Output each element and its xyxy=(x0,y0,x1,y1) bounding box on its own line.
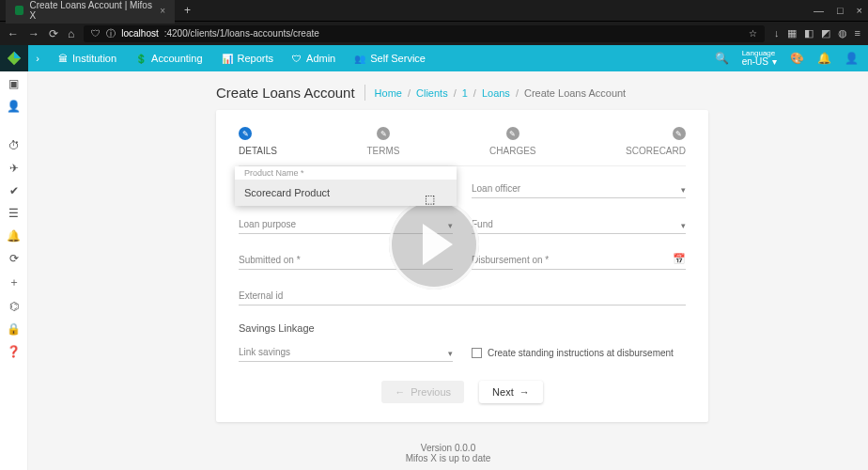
next-button[interactable]: Next → xyxy=(479,381,543,403)
page-title: Create Loans Account xyxy=(216,85,365,101)
menu-hamburger-icon[interactable]: ≡ xyxy=(855,27,860,39)
previous-button[interactable]: ← Previous xyxy=(381,381,464,403)
loan-officer-field[interactable]: Loan officer ▾ xyxy=(472,180,686,198)
sidebar-hierarchy-icon[interactable]: ⌬ xyxy=(9,300,19,313)
product-field[interactable]: Product Name * Scorecard Product ⬚ xyxy=(239,180,453,198)
step-scorecard[interactable]: ✎SCORECARD xyxy=(626,127,686,156)
sidebar-check-icon[interactable]: ✔ xyxy=(9,184,19,197)
submitted-on-field[interactable]: Submitted on * xyxy=(239,251,453,270)
checkbox-label: Create standing instructions at disburse… xyxy=(488,348,674,358)
chevron-down-icon: ▾ xyxy=(772,57,777,67)
tab-favicon xyxy=(15,6,23,15)
browser-tab-strip: Create Loans Account | Mifos X × + — □ × xyxy=(0,0,868,21)
step-charges[interactable]: ✎CHARGES xyxy=(489,127,535,156)
chevron-down-icon: ▾ xyxy=(448,349,453,358)
window-close-icon[interactable]: × xyxy=(857,5,862,16)
arrow-left-icon: ← xyxy=(395,386,405,398)
sidebar-nav-icon[interactable]: ✈ xyxy=(9,162,19,175)
crumb-home[interactable]: Home xyxy=(375,87,402,99)
product-dropdown[interactable]: Product Name * Scorecard Product xyxy=(235,166,457,206)
menu-institution[interactable]: 🏛Institution xyxy=(58,53,116,64)
nav-back-icon[interactable]: ← xyxy=(8,27,19,40)
search-icon[interactable]: 🔍 xyxy=(715,52,729,65)
admin-icon: 🛡 xyxy=(292,54,302,64)
step-dot-icon: ✎ xyxy=(506,127,519,140)
extension-icon-3[interactable]: ◩ xyxy=(821,27,830,39)
url-bar[interactable]: 🛡 ⓘ localhost:4200/clients/1/loans-accou… xyxy=(84,25,765,42)
field-label: External id xyxy=(239,290,686,301)
site-info-icon[interactable]: ⓘ xyxy=(106,27,116,40)
extension-icon-1[interactable]: ▦ xyxy=(787,27,797,39)
menu-admin[interactable]: 🛡Admin xyxy=(292,53,335,64)
crumb-loans[interactable]: Loans xyxy=(482,87,510,99)
disbursement-on-field[interactable]: Disbursement on * 📅 xyxy=(472,251,686,270)
chevron-down-icon: ▾ xyxy=(681,185,686,195)
url-path: :4200/clients/1/loans-accounts/create xyxy=(164,28,319,39)
loan-purpose-field[interactable]: Loan purpose ▾ xyxy=(239,215,453,234)
new-tab-button[interactable]: + xyxy=(184,4,191,17)
field-label: Disbursement on * xyxy=(472,255,686,265)
sidebar-lock-icon[interactable]: 🔒 xyxy=(7,322,21,336)
sidebar-bell-icon[interactable]: 🔔 xyxy=(7,229,21,243)
form-card: ✎DETAILS ✎TERMS ✎CHARGES ✎SCORECARD Prod… xyxy=(216,110,708,422)
step-dot-icon: ✎ xyxy=(239,127,252,140)
url-host: localhost xyxy=(121,28,158,39)
language-selector[interactable]: Language en-US▾ xyxy=(742,50,777,67)
download-icon[interactable]: ↓ xyxy=(774,27,780,39)
standing-instructions-checkbox[interactable]: Create standing instructions at disburse… xyxy=(472,348,686,358)
accounting-icon: 💲 xyxy=(135,54,147,64)
sidebar-plus-icon[interactable]: ＋ xyxy=(8,274,20,290)
app-logo[interactable] xyxy=(0,45,28,71)
tab-title: Create Loans Account | Mifos X xyxy=(29,0,154,21)
extension-icon-2[interactable]: ◧ xyxy=(804,27,814,39)
checkbox-box-icon xyxy=(472,348,482,358)
window-minimize-icon[interactable]: — xyxy=(814,5,824,16)
notification-bell-icon[interactable]: 🔔 xyxy=(817,52,831,65)
savings-linkage-heading: Savings Linkage xyxy=(239,322,686,334)
link-savings-field[interactable]: Link savings ▾ xyxy=(239,343,453,362)
calendar-icon[interactable]: 📅 xyxy=(673,253,686,265)
browser-toolbar: ← → ⟳ ⌂ 🛡 ⓘ localhost:4200/clients/1/loa… xyxy=(0,21,868,45)
sidebar-help-icon[interactable]: ❓ xyxy=(7,345,21,358)
external-id-field[interactable]: External id xyxy=(239,287,686,306)
step-terms[interactable]: ✎TERMS xyxy=(367,127,400,156)
step-dot-icon: ✎ xyxy=(377,127,390,140)
crumb-clients[interactable]: Clients xyxy=(416,87,448,99)
sidebar-gauge-icon[interactable]: ⏱ xyxy=(8,139,20,152)
sidebar-layers-icon[interactable]: ☰ xyxy=(8,207,19,220)
field-label: Link savings xyxy=(239,347,453,357)
bookmark-star-icon[interactable]: ☆ xyxy=(749,28,757,39)
step-details[interactable]: ✎DETAILS xyxy=(239,127,277,156)
arrow-right-icon: → xyxy=(519,386,530,398)
left-sidebar: ▣ 👤 ⏱ ✈ ✔ ☰ 🔔 ⟳ ＋ ⌬ 🔒 ❓ xyxy=(0,71,28,470)
reports-icon: 📊 xyxy=(222,54,233,64)
menu-reports[interactable]: 📊Reports xyxy=(222,53,274,64)
user-avatar-icon[interactable]: 👤 xyxy=(845,52,859,65)
fund-field[interactable]: Fund ▾ xyxy=(472,215,686,234)
dropdown-option-scorecard[interactable]: Scorecard Product xyxy=(235,180,457,206)
field-label: Fund xyxy=(472,219,686,229)
sidebar-client-icon[interactable]: 👤 xyxy=(7,100,21,113)
chevron-down-icon: ▾ xyxy=(448,221,453,230)
sidebar-dashboard-icon[interactable]: ▣ xyxy=(8,77,19,90)
browser-tab[interactable]: Create Loans Account | Mifos X × xyxy=(6,0,175,24)
nav-forward-icon[interactable]: → xyxy=(28,27,39,40)
sidebar-refresh-icon[interactable]: ⟳ xyxy=(9,252,19,265)
app-ribbon: › 🏛Institution 💲Accounting 📊Reports 🛡Adm… xyxy=(0,45,868,71)
mouse-cursor-icon: ⬚ xyxy=(425,193,435,206)
tracking-shield-icon[interactable]: 🛡 xyxy=(91,28,101,39)
window-maximize-icon[interactable]: □ xyxy=(837,5,844,16)
svg-marker-1 xyxy=(14,52,21,58)
account-icon[interactable]: ◍ xyxy=(838,27,847,39)
menu-self-service[interactable]: 👥Self Service xyxy=(354,53,426,64)
chevron-down-icon: ▾ xyxy=(681,221,686,230)
nav-reload-icon[interactable]: ⟳ xyxy=(49,27,58,40)
nav-home-icon[interactable]: ⌂ xyxy=(68,27,74,40)
button-label: Previous xyxy=(411,386,451,398)
crumb-id[interactable]: 1 xyxy=(462,87,468,99)
theme-icon[interactable]: 🎨 xyxy=(790,52,804,65)
menu-accounting[interactable]: 💲Accounting xyxy=(135,53,202,64)
tab-close-icon[interactable]: × xyxy=(160,6,165,16)
sidebar-toggle-icon[interactable]: › xyxy=(28,53,47,64)
version-text: Version 0.0.0 xyxy=(28,443,868,453)
